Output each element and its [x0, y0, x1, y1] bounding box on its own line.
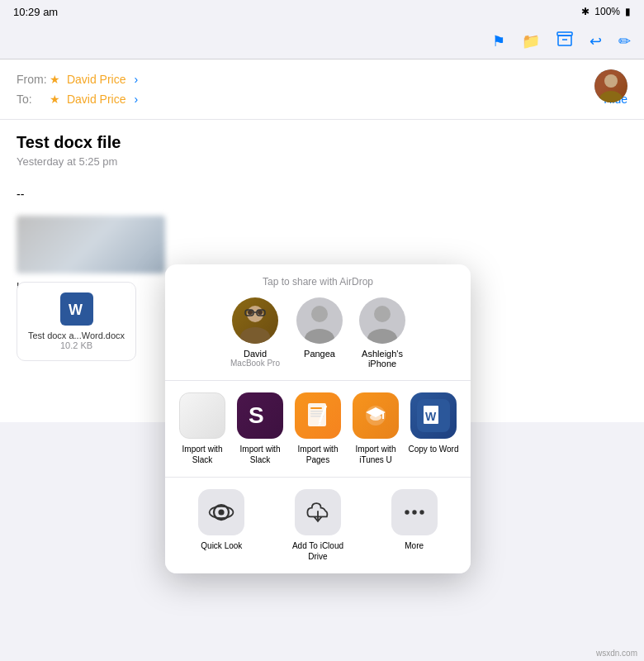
from-star: ★ — [50, 73, 60, 86]
blurred-content — [17, 216, 165, 273]
svg-point-38 — [412, 510, 416, 514]
itunes-icon — [353, 392, 399, 439]
airdrop-section: Tap to share with AirDrop — [165, 264, 471, 381]
reply-icon[interactable]: ↩ — [590, 32, 602, 50]
slack-icon: S — [237, 392, 283, 439]
itunes-label: Import withiTunes U — [356, 444, 396, 465]
pages-label: Import withPages — [298, 444, 339, 465]
svg-point-15 — [305, 329, 334, 344]
action-item-quicklook[interactable]: Quick Look — [188, 489, 254, 562]
to-name[interactable]: David Price — [67, 93, 126, 106]
airdrop-contacts: David MacBook Pro Pangea — [178, 297, 457, 369]
email-from-row: From: ★ David Price › — [17, 69, 627, 89]
svg-rect-20 — [310, 407, 322, 409]
avatar-image — [594, 69, 627, 102]
svg-point-8 — [240, 327, 270, 344]
svg-rect-21 — [310, 411, 324, 412]
to-sender: ★ David Price › — [50, 93, 141, 106]
svg-rect-1 — [558, 36, 571, 45]
svg-point-17 — [367, 329, 397, 344]
pages-icon — [295, 392, 341, 439]
flag-icon[interactable]: ⚑ — [492, 32, 505, 50]
contact-avatar-david — [232, 297, 278, 344]
icloud-icon — [295, 489, 341, 535]
folder-icon[interactable]: 📁 — [522, 32, 540, 50]
svg-point-14 — [311, 306, 328, 322]
svg-point-3 — [604, 74, 618, 88]
svg-rect-22 — [310, 413, 322, 415]
app-item-pages[interactable]: Import withPages — [289, 392, 347, 465]
from-label: From: — [17, 73, 50, 86]
svg-text:W: W — [69, 302, 83, 318]
svg-point-34 — [219, 509, 225, 515]
attachment-name: Test docx a...Word.docx — [28, 330, 125, 340]
contact-name-david: David MacBook Pro — [230, 349, 280, 368]
battery-icon: ▮ — [625, 6, 631, 17]
airdrop-label: Tap to share with AirDrop — [178, 276, 457, 288]
share-sheet: Tap to share with AirDrop — [165, 264, 471, 573]
to-star: ★ — [50, 93, 60, 106]
action-item-icloud[interactable]: Add To iCloudDrive — [285, 489, 351, 562]
email-subject: Test docx file — [17, 133, 627, 152]
to-arrow: › — [134, 93, 138, 106]
word-icon-large: W — [410, 392, 457, 439]
more-icon — [391, 489, 438, 535]
status-bar: 10:29 am ✱ 100% ▮ — [0, 0, 644, 23]
contact-avatar-pangea — [296, 297, 343, 344]
svg-point-39 — [419, 510, 424, 514]
word-icon: W — [60, 292, 93, 326]
email-subject-area: Test docx file Yesterday at 5:25 pm — [0, 120, 644, 174]
action-item-more[interactable]: More — [381, 489, 447, 562]
svg-text:S: S — [249, 402, 264, 428]
from-name[interactable]: David Price — [67, 73, 126, 86]
from-arrow: › — [134, 73, 138, 86]
toolbar: ⚑ 📁 ↩ ✏ — [0, 23, 644, 59]
contact-avatar-ashleigh — [359, 297, 405, 344]
svg-point-29 — [370, 414, 381, 421]
contact-item-ashleigh[interactable]: Ashleigh'siPhone — [359, 297, 405, 369]
actions-section: Quick Look Add To iCloudDrive — [165, 478, 471, 573]
icloud-label: Add To iCloudDrive — [292, 540, 343, 562]
watermark: wsxdn.com — [596, 649, 637, 658]
status-time: 10:29 am — [13, 6, 58, 18]
email-header: From: ★ David Price › To: ★ David Price … — [0, 59, 644, 120]
apps-section: Import withSlack S Import withSlack — [165, 381, 471, 478]
contact-name-pangea: Pangea — [304, 349, 335, 359]
email-date: Yesterday at 5:25 pm — [17, 155, 627, 168]
attachment-box[interactable]: W Test docx a...Word.docx 10.2 KB — [17, 282, 136, 361]
to-label: To: — [17, 93, 50, 106]
from-sender: ★ David Price › — [50, 73, 141, 86]
archive-icon[interactable] — [556, 31, 573, 50]
files-icon — [179, 392, 225, 439]
svg-point-4 — [599, 91, 623, 102]
app-item-slack[interactable]: S Import withSlack — [231, 392, 289, 465]
email-dashes: -- — [17, 188, 627, 201]
svg-rect-28 — [382, 412, 384, 419]
avatar — [594, 69, 627, 102]
attachment-size: 10.2 KB — [60, 340, 92, 350]
contact-item-pangea[interactable]: Pangea — [296, 297, 343, 369]
svg-text:W: W — [425, 410, 437, 423]
status-icons: ✱ 100% ▮ — [581, 6, 631, 17]
files-label: Import withSlack — [182, 444, 223, 465]
app-item-itunes[interactable]: Import withiTunes U — [347, 392, 405, 465]
bluetooth-icon: ✱ — [581, 6, 590, 17]
slack-label: Import withSlack — [240, 444, 281, 465]
more-label: More — [405, 540, 424, 551]
quicklook-icon — [198, 489, 244, 535]
svg-point-37 — [405, 510, 409, 514]
app-item-word[interactable]: W Copy to Word — [405, 392, 462, 465]
svg-point-16 — [374, 306, 391, 322]
word-label: Copy to Word — [409, 444, 459, 454]
quicklook-label: Quick Look — [201, 540, 242, 551]
compose-icon[interactable]: ✏ — [618, 32, 631, 50]
contact-item-david[interactable]: David MacBook Pro — [230, 297, 280, 369]
battery-label: 100% — [594, 6, 620, 17]
contact-name-ashleigh: Ashleigh'siPhone — [362, 349, 403, 369]
app-item-files[interactable]: Import withSlack — [173, 392, 231, 465]
email-to-row: To: ★ David Price › Hide — [17, 89, 627, 109]
